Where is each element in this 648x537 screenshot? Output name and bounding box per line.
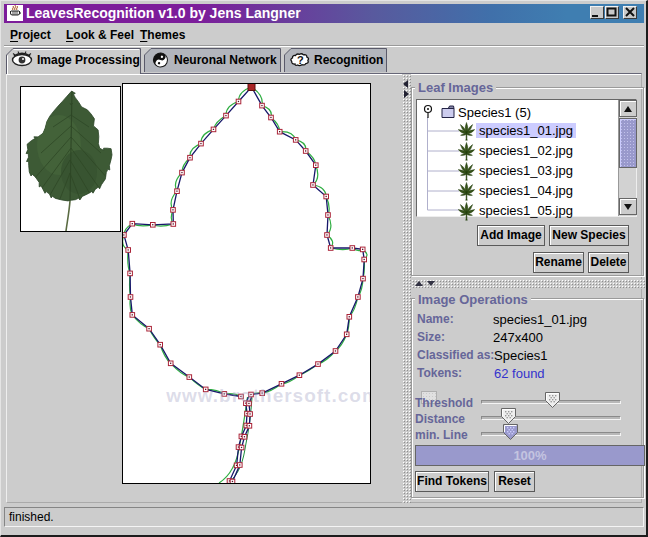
svg-text:www.brothersoft.com: www.brothersoft.com [165,385,370,406]
svg-text:?: ? [297,54,304,66]
